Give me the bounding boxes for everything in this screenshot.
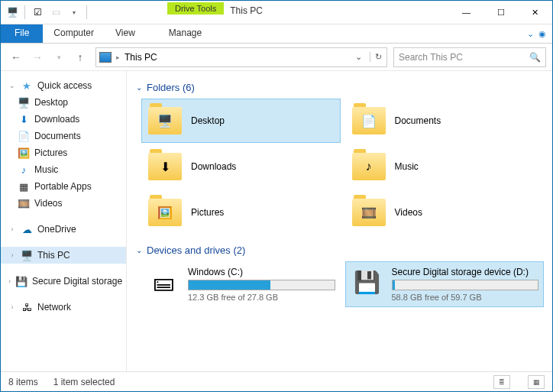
spacer [1, 238, 126, 247]
app-icon[interactable]: 🖥️ [4, 4, 21, 21]
folder-icon: 🖼️ [148, 199, 182, 226]
tab-computer[interactable]: Computer [43, 24, 105, 43]
ribbon: File Computer View Manage ⌄ ◉ [1, 24, 552, 44]
document-icon: 📄 [18, 130, 30, 142]
folder-item[interactable]: 🖥️Desktop [142, 99, 340, 142]
folder-icon: 🖥️ [148, 107, 182, 134]
folder-icon: 🎞️ [352, 199, 386, 226]
sidebar-item-label: Network [37, 302, 71, 313]
drive-free-space: 12.3 GB free of 27.8 GB [188, 293, 335, 302]
folder-label: Downloads [191, 161, 236, 172]
sidebar-item-portable-apps[interactable]: ▦Portable Apps [1, 178, 126, 195]
spacer [1, 212, 126, 221]
drive-icon: 🖴 [147, 267, 180, 297]
sidebar-item-this-pc[interactable]: ›🖥️This PC [1, 247, 126, 264]
chevron-right-icon[interactable]: › [8, 225, 16, 233]
sidebar-item-label: Downloads [34, 114, 79, 125]
qa-dropdown-icon[interactable]: ▾ [66, 4, 82, 21]
overlay-icon: ♪ [366, 160, 372, 173]
search-box[interactable]: Search This PC 🔍 [393, 47, 546, 67]
download-icon: ⬇ [18, 113, 30, 125]
spacer [1, 290, 126, 299]
folder-item[interactable]: 🎞️Videos [346, 191, 544, 234]
folders-grid: 🖥️Desktop📄Documents⬇Downloads♪Music🖼️Pic… [142, 99, 543, 234]
address-dropdown-icon[interactable]: ⌄ [351, 52, 365, 62]
chevron-right-icon[interactable]: › [8, 303, 16, 311]
large-icons-view-button[interactable]: ▦ [528, 375, 545, 389]
tab-manage[interactable]: Manage [158, 24, 212, 43]
spacer [269, 1, 449, 24]
sidebar-item-videos[interactable]: 🎞️Videos [1, 195, 126, 212]
search-icon[interactable]: 🔍 [529, 52, 541, 63]
sidebar-item-downloads[interactable]: ⬇Downloads [1, 111, 126, 128]
close-button[interactable]: ✕ [518, 1, 552, 24]
sidebar-item-music[interactable]: ♪Music [1, 161, 126, 178]
sidebar-item-network[interactable]: ›🖧Network [1, 299, 126, 316]
sidebar-item-label: Desktop [34, 97, 68, 108]
sidebar-item-desktop[interactable]: 🖥️Desktop [1, 94, 126, 111]
address-bar[interactable]: ▸ This PC ⌄ ↻ [95, 47, 387, 67]
chevron-right-icon[interactable]: › [8, 277, 11, 285]
drive-free-space: 58.8 GB free of 59.7 GB [392, 293, 539, 302]
drive-info: Windows (C:)12.3 GB free of 27.8 GB [188, 267, 335, 302]
drive-item[interactable]: 💾Secure Digital storage device (D:)58.8 … [346, 262, 544, 306]
sidebar-item-onedrive[interactable]: ›☁OneDrive [1, 221, 126, 238]
breadcrumb-location[interactable]: This PC [125, 52, 157, 63]
group-header-drives[interactable]: ⌄ Devices and drives (2) [136, 245, 543, 256]
group-header-label: Devices and drives (2) [147, 245, 245, 256]
group-header-folders[interactable]: ⌄ Folders (6) [136, 82, 543, 93]
folder-label: Desktop [191, 115, 225, 126]
expand-ribbon-icon[interactable]: ⌄ [527, 29, 534, 39]
up-button[interactable]: ↑ [71, 48, 89, 66]
sidebar-item-quick-access[interactable]: ⌄ ★ Quick access [1, 77, 126, 94]
separator [86, 5, 87, 19]
forward-button[interactable]: → [28, 48, 47, 66]
refresh-button[interactable]: ↻ [370, 52, 383, 62]
network-icon: 🖧 [21, 301, 33, 313]
new-folder-icon[interactable]: ▭ [47, 4, 64, 21]
picture-icon: 🖼️ [18, 147, 30, 159]
folder-item[interactable]: ⬇Downloads [142, 145, 340, 188]
window-title: This PC [224, 1, 269, 24]
properties-icon[interactable]: ☑ [29, 4, 46, 21]
sidebar-item-sd-storage[interactable]: ›💾Secure Digital storage [1, 273, 126, 290]
overlay-icon: 🎞️ [361, 206, 377, 220]
folder-icon: ⬇ [148, 153, 182, 180]
overlay-icon: 📄 [361, 114, 377, 128]
separator [24, 5, 25, 19]
folder-item[interactable]: ♪Music [346, 145, 544, 188]
pc-icon [99, 52, 112, 63]
drive-item[interactable]: 🖴Windows (C:)12.3 GB free of 27.8 GB [142, 262, 340, 306]
folder-item[interactable]: 📄Documents [346, 99, 544, 142]
cloud-icon: ☁ [21, 223, 33, 235]
minimize-button[interactable]: — [449, 1, 483, 24]
chevron-right-icon[interactable]: ▸ [116, 53, 120, 61]
recent-dropdown-icon[interactable]: ▾ [50, 48, 68, 66]
file-menu[interactable]: File [1, 24, 43, 43]
group-header-label: Folders (6) [147, 82, 195, 93]
sidebar-item-pictures[interactable]: 🖼️Pictures [1, 144, 126, 161]
chevron-right-icon[interactable]: › [8, 251, 16, 259]
drive-capacity-bar [392, 280, 539, 290]
folder-item[interactable]: 🖼️Pictures [142, 191, 340, 234]
status-selection-count: 1 item selected [53, 377, 115, 387]
help-icon[interactable]: ◉ [538, 29, 546, 39]
back-button[interactable]: ← [7, 48, 25, 66]
folder-label: Videos [395, 207, 422, 218]
video-icon: 🎞️ [18, 197, 30, 209]
sidebar-item-documents[interactable]: 📄Documents [1, 128, 126, 144]
quick-access-toolbar: 🖥️ ☑ ▭ ▾ [1, 1, 92, 24]
chevron-down-icon[interactable]: ⌄ [8, 82, 16, 89]
sidebar-item-label: Portable Apps [34, 181, 92, 192]
maximize-button[interactable]: ☐ [483, 1, 518, 24]
status-item-count: 8 items [8, 377, 38, 387]
body: ⌄ ★ Quick access 🖥️Desktop ⬇Downloads 📄D… [1, 71, 552, 371]
music-icon: ♪ [18, 164, 30, 176]
folder-label: Pictures [191, 207, 224, 218]
tab-view[interactable]: View [105, 24, 146, 43]
overlay-icon: ⬇ [160, 160, 170, 174]
ribbon-right: ⌄ ◉ [527, 24, 552, 43]
details-view-button[interactable]: ≣ [493, 375, 510, 389]
folder-label: Music [395, 161, 419, 172]
sidebar-item-label: Documents [34, 131, 81, 141]
